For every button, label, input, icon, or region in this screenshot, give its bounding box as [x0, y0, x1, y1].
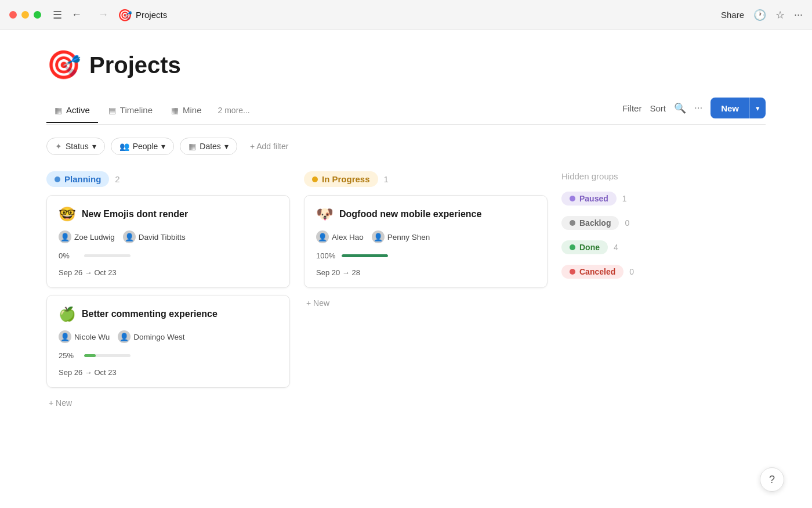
- card-dogfood-dates: Sep 20 → 28: [316, 268, 535, 277]
- planning-add-new-button[interactable]: + New: [46, 395, 74, 411]
- progress-bar-fill-dogfood: [342, 254, 388, 257]
- inprogress-add-new-button[interactable]: + New: [304, 295, 332, 311]
- tab-mine[interactable]: ▦ Mine: [163, 99, 210, 123]
- backlog-count: 0: [625, 218, 629, 228]
- person-penny: 👤 Penny Shen: [372, 230, 430, 243]
- backlog-label: Backlog: [579, 218, 611, 228]
- tab-timeline-label: Timeline: [120, 105, 153, 115]
- share-button[interactable]: Share: [721, 10, 744, 20]
- tab-mine-icon: ▦: [171, 106, 179, 115]
- tab-timeline-icon: ▤: [108, 106, 116, 115]
- person-alex: 👤 Alex Hao: [316, 230, 364, 243]
- paused-badge[interactable]: Paused: [561, 192, 617, 206]
- people-filter[interactable]: 👥 People ▾: [111, 138, 175, 155]
- tab-active-label: Active: [66, 105, 90, 115]
- progress-bar-bg: [84, 254, 130, 257]
- filter-button[interactable]: Filter: [622, 103, 641, 113]
- tab-timeline[interactable]: ▤ Timeline: [100, 99, 161, 123]
- fullscreen-button[interactable]: [34, 11, 41, 19]
- person-zoe: 👤 Zoe Ludwig: [59, 230, 115, 243]
- card-dogfood-title: Dogfood new mobile experience: [339, 209, 481, 219]
- done-dot: [570, 244, 575, 250]
- card-dogfood-progress: 100%: [316, 251, 535, 260]
- card-progress-2: 25%: [59, 351, 278, 360]
- status-chevron-icon: ▾: [92, 142, 96, 151]
- minimize-button[interactable]: [21, 11, 29, 19]
- card-better-commenting[interactable]: 🍏 Better commenting experience 👤 Nicole …: [46, 295, 290, 388]
- app-icon: 🎯: [118, 8, 132, 22]
- tabs-right: Filter Sort 🔍 ··· New ▾: [622, 98, 766, 124]
- person-alex-name: Alex Hao: [332, 233, 364, 242]
- toolbar-more-icon[interactable]: ···: [694, 102, 702, 114]
- progress-bar-fill-2: [84, 354, 96, 357]
- back-button[interactable]: ←: [69, 8, 84, 22]
- forward-button[interactable]: →: [96, 8, 111, 22]
- new-main-button[interactable]: New: [710, 98, 749, 118]
- done-count: 4: [614, 243, 618, 252]
- column-inprogress: In Progress 1 🐶 Dogfood new mobile exper…: [304, 171, 548, 311]
- close-button[interactable]: [9, 11, 17, 19]
- card-title-row: 🤓 New Emojis dont render: [59, 206, 278, 222]
- search-icon[interactable]: 🔍: [674, 102, 686, 114]
- column-planning: Planning 2 🤓 New Emojis dont render 👤 Zo…: [46, 171, 290, 411]
- done-label: Done: [579, 243, 600, 252]
- card-dogfood-people: 👤 Alex Hao 👤 Penny Shen: [316, 230, 535, 243]
- nav-buttons: ← →: [69, 8, 111, 22]
- inprogress-badge[interactable]: In Progress: [304, 171, 378, 187]
- card-emoji-2: 🍏: [59, 306, 76, 322]
- person-zoe-name: Zoe Ludwig: [74, 233, 115, 242]
- paused-dot: [570, 196, 575, 201]
- tabs-bar: ▦ Active ▤ Timeline ▦ Mine 2 more... Fil…: [46, 98, 766, 125]
- history-icon[interactable]: 🕐: [753, 9, 766, 21]
- progress-label-dogfood: 100%: [316, 251, 336, 260]
- card-dogfood[interactable]: 🐶 Dogfood new mobile experience 👤 Alex H…: [304, 195, 548, 288]
- inprogress-dot: [312, 176, 318, 182]
- sort-button[interactable]: Sort: [650, 103, 666, 113]
- dates-filter-label: Dates: [200, 142, 221, 151]
- done-badge[interactable]: Done: [561, 240, 608, 254]
- column-inprogress-header: In Progress 1: [304, 171, 548, 187]
- progress-label-2: 25%: [59, 351, 78, 360]
- tab-active-icon: ▦: [55, 106, 62, 115]
- tab-more[interactable]: 2 more...: [212, 100, 256, 122]
- status-filter[interactable]: ✦ Status ▾: [46, 138, 105, 155]
- person-domingo-name: Domingo West: [133, 333, 184, 341]
- card-title-2: Better commenting experience: [82, 309, 217, 319]
- star-icon[interactable]: ☆: [775, 9, 785, 21]
- dates-filter[interactable]: ▦ Dates ▾: [180, 138, 237, 155]
- card-new-emojis[interactable]: 🤓 New Emojis dont render 👤 Zoe Ludwig 👤 …: [46, 195, 290, 288]
- card-dates-2: Sep 26 → Oct 23: [59, 368, 278, 377]
- planning-dot: [55, 176, 60, 182]
- card-people: 👤 Zoe Ludwig 👤 David Tibbitts: [59, 230, 278, 243]
- new-chevron-button[interactable]: ▾: [749, 98, 766, 118]
- add-filter-button[interactable]: + Add filter: [243, 138, 296, 154]
- tab-mine-label: Mine: [183, 105, 202, 115]
- person-david-name: David Tibbitts: [139, 233, 186, 242]
- page-icon: 🎯: [46, 49, 81, 81]
- tab-active[interactable]: ▦ Active: [46, 99, 98, 123]
- menu-icon[interactable]: ☰: [50, 8, 64, 23]
- progress-label: 0%: [59, 251, 78, 260]
- progress-bar-bg-dogfood: [342, 254, 388, 257]
- help-button[interactable]: ?: [760, 467, 784, 492]
- progress-bar-bg-2: [84, 354, 130, 357]
- board: Planning 2 🤓 New Emojis dont render 👤 Zo…: [46, 171, 766, 411]
- hidden-group-canceled: Canceled 0: [561, 265, 766, 279]
- canceled-badge[interactable]: Canceled: [561, 265, 624, 279]
- titlebar: ☰ ← → 🎯 Projects Share 🕐 ☆ ···: [0, 0, 812, 30]
- hidden-groups: Hidden groups Paused 1 Backlog 0 Done: [561, 171, 766, 289]
- canceled-label: Canceled: [579, 267, 615, 276]
- backlog-badge[interactable]: Backlog: [561, 216, 619, 230]
- card-emoji: 🤓: [59, 206, 76, 222]
- canceled-dot: [570, 269, 575, 275]
- planning-label: Planning: [64, 174, 101, 184]
- person-penny-name: Penny Shen: [387, 233, 430, 242]
- planning-badge[interactable]: Planning: [46, 171, 109, 187]
- more-options-icon[interactable]: ···: [794, 9, 803, 21]
- people-filter-label: People: [133, 142, 158, 151]
- avatar-penny: 👤: [372, 230, 385, 243]
- new-button-group: New ▾: [710, 98, 766, 118]
- card-dogfood-title-row: 🐶 Dogfood new mobile experience: [316, 206, 535, 222]
- titlebar-title: Projects: [136, 10, 721, 20]
- dates-chevron-icon: ▾: [224, 142, 229, 151]
